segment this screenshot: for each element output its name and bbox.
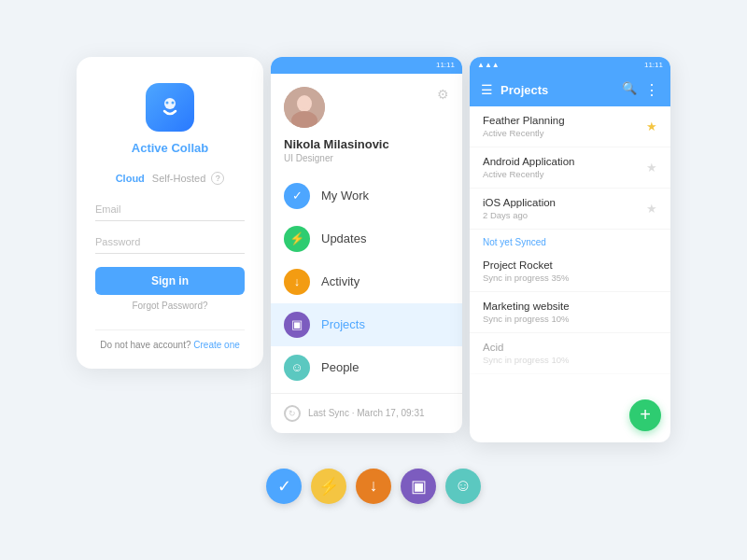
project-name: Project Rocket: [483, 259, 569, 271]
svg-point-0: [164, 98, 176, 109]
user-name: Nikola Milasinovic: [271, 137, 462, 151]
people-icon: ☺: [284, 355, 310, 381]
password-field[interactable]: [95, 231, 245, 254]
not-synced-project-item[interactable]: Marketing website Sync in progress 10%: [470, 292, 670, 333]
project-sub: Active Recently: [483, 128, 565, 138]
star-icon[interactable]: ★: [646, 161, 657, 175]
sync-row: ↻ Last Sync · March 17, 09:31: [271, 393, 462, 433]
divider: [95, 329, 245, 330]
user-role: UI Designer: [271, 153, 462, 163]
synced-project-item[interactable]: Feather Planning Active Recently ★: [470, 106, 670, 147]
activity-icon: ↓: [284, 269, 310, 295]
sidebar-item-people[interactable]: ☺ People: [271, 346, 462, 389]
email-field[interactable]: [95, 198, 245, 221]
project-name: Android Application: [483, 156, 574, 167]
project-sub: Active Recently: [483, 169, 574, 179]
project-info: Feather Planning Active Recently: [483, 115, 565, 138]
not-synced-project-item[interactable]: Acid Sync in progress 10%: [470, 333, 670, 374]
updates-icon: ⚡: [284, 226, 310, 252]
svg-point-6: [298, 96, 311, 109]
project-info: Project Rocket Sync in progress 35%: [483, 259, 569, 283]
search-icon[interactable]: 🔍: [622, 81, 637, 99]
login-logo: [146, 83, 194, 132]
activity-label: Activity: [321, 274, 359, 288]
arrow-bottom-icon[interactable]: ↓: [356, 469, 391, 504]
menu-items: ✓ My Work ⚡ Updates ↓ Activity ▣ Project…: [271, 175, 462, 389]
projects-title: Projects: [500, 83, 548, 97]
settings-icon[interactable]: ⚙: [437, 87, 449, 102]
star-icon[interactable]: ★: [646, 119, 657, 133]
check-bottom-icon[interactable]: ✓: [266, 469, 302, 504]
not-synced-project-item[interactable]: Project Rocket Sync in progress 35%: [470, 251, 670, 292]
project-sub: 2 Days ago: [483, 210, 556, 220]
synced-projects-list: Feather Planning Active Recently ★ Andro…: [470, 106, 670, 230]
create-account-row: Do not have account? Create one: [100, 340, 240, 350]
project-info: Marketing website Sync in progress 10%: [483, 301, 570, 324]
project-name: Acid: [483, 342, 569, 353]
header-left: ☰ Projects: [481, 82, 548, 97]
not-synced-projects-list: Project Rocket Sync in progress 35% Mark…: [470, 251, 670, 374]
fab-add-button[interactable]: +: [629, 399, 661, 431]
menu-status-time: 11:11: [436, 61, 455, 69]
project-info: Acid Sync in progress 10%: [483, 342, 569, 365]
menu-screen: 11:11 ⚙ Nikola Milasinovic UI Designer ✓…: [271, 57, 462, 433]
projects-header: ☰ Projects 🔍 ⋮: [470, 74, 670, 106]
svg-point-1: [166, 101, 169, 104]
forgot-password-link[interactable]: Forgot Password?: [132, 301, 207, 311]
sync-icon: ↻: [284, 405, 301, 422]
people-label: People: [321, 360, 359, 374]
login-screen: Active Collab Cloud Self-Hosted ? Sign i…: [77, 57, 263, 369]
menu-status-bar: 11:11: [271, 57, 462, 74]
projects-time: 11:11: [644, 61, 663, 69]
sidebar-item-updates[interactable]: ⚡ Updates: [271, 217, 462, 260]
my-work-label: My Work: [321, 189, 369, 203]
projects-screen: ▲▲▲ 11:11 ☰ Projects 🔍 ⋮ Feather Plannin…: [470, 57, 670, 442]
svg-point-2: [172, 101, 175, 104]
synced-project-item[interactable]: iOS Application 2 Days ago ★: [470, 189, 670, 230]
hamburger-icon[interactable]: ☰: [481, 82, 493, 97]
avatar: [284, 87, 325, 128]
projects-label: Projects: [321, 317, 365, 331]
more-icon[interactable]: ⋮: [644, 81, 659, 99]
bottom-icons-row: ✓⚡↓▣☺: [266, 469, 481, 504]
header-icons: 🔍 ⋮: [622, 81, 659, 99]
not-synced-label: Not yet Synced: [470, 230, 670, 251]
project-info: Android Application Active Recently: [483, 156, 574, 179]
sidebar-item-activity[interactable]: ↓ Activity: [271, 260, 462, 303]
copy-bottom-icon[interactable]: ▣: [401, 469, 436, 504]
sidebar-item-projects[interactable]: ▣ Projects: [271, 303, 462, 346]
project-info: iOS Application 2 Days ago: [483, 197, 556, 220]
project-name: Feather Planning: [483, 115, 565, 126]
login-tabs: Cloud Self-Hosted ?: [95, 172, 245, 185]
bolt-bottom-icon[interactable]: ⚡: [311, 469, 346, 504]
tab-self-hosted[interactable]: Self-Hosted: [152, 173, 205, 184]
updates-label: Updates: [321, 231, 366, 245]
sync-label: Last Sync · March 17, 09:31: [308, 408, 425, 418]
projects-content: Feather Planning Active Recently ★ Andro…: [470, 106, 670, 442]
login-brand: Active Collab: [132, 141, 208, 155]
signin-button[interactable]: Sign in: [95, 267, 245, 295]
my-work-icon: ✓: [284, 183, 310, 209]
sidebar-item-my-work[interactable]: ✓ My Work: [271, 175, 462, 217]
project-sub: Sync in progress 10%: [483, 355, 569, 365]
help-icon[interactable]: ?: [211, 172, 224, 185]
projects-signal: ▲▲▲: [477, 61, 500, 69]
project-name: Marketing website: [483, 301, 570, 312]
tab-cloud[interactable]: Cloud: [116, 173, 145, 184]
create-account-link[interactable]: Create one: [193, 340, 239, 350]
menu-profile-area: ⚙: [271, 74, 462, 137]
smile-bottom-icon[interactable]: ☺: [445, 469, 481, 504]
projects-icon: ▣: [284, 312, 310, 338]
projects-status-bar: ▲▲▲ 11:11: [470, 57, 670, 74]
project-name: iOS Application: [483, 197, 556, 208]
project-sub: Sync in progress 35%: [483, 273, 569, 283]
synced-project-item[interactable]: Android Application Active Recently ★: [470, 147, 670, 189]
star-icon[interactable]: ★: [646, 202, 657, 216]
project-sub: Sync in progress 10%: [483, 314, 570, 324]
